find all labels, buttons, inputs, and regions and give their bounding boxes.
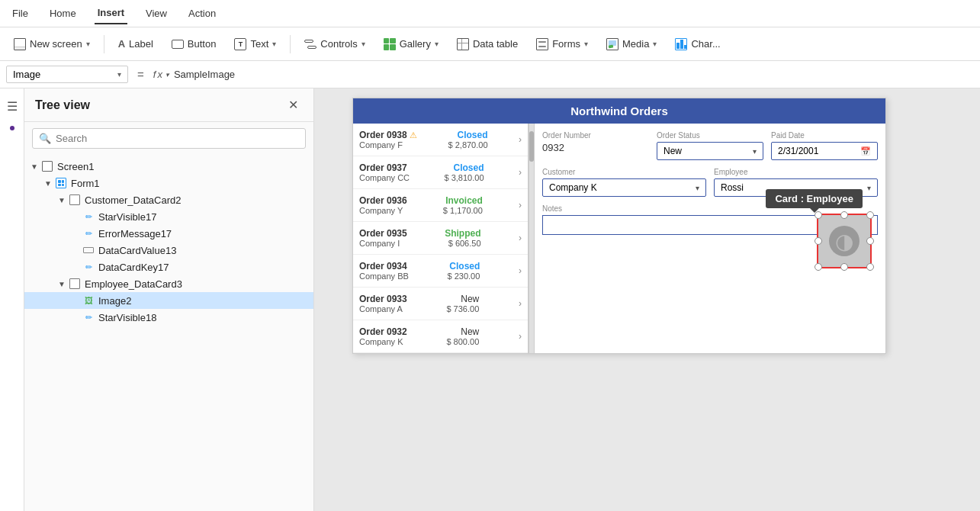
edit-icon-starvisible17: ✏ bbox=[82, 211, 95, 223]
order-num-0933: Order 0933 bbox=[359, 294, 407, 304]
button-button[interactable]: Button bbox=[164, 34, 224, 53]
orders-list: Order 0938 ⚠ Company F Closed $ 2,870.00… bbox=[353, 124, 529, 353]
menu-view[interactable]: View bbox=[143, 3, 170, 24]
order-num-0938: Order 0938 bbox=[359, 130, 407, 140]
tree-item-starvisible18[interactable]: ▶ ✏ StarVisible18 bbox=[24, 309, 313, 326]
menu-file[interactable]: File bbox=[9, 3, 31, 24]
paid-date-value[interactable]: 2/31/2001 📅 bbox=[771, 142, 878, 160]
menu-action[interactable]: Action bbox=[185, 3, 219, 24]
tree-item-employee-datacard3[interactable]: ▼ Employee_DataCard3 bbox=[24, 275, 313, 292]
gallery-icon bbox=[384, 38, 396, 50]
text-button[interactable]: T Text ▾ bbox=[227, 34, 284, 54]
tree-item-starvisible17[interactable]: ▶ ✏ StarVisible17 bbox=[24, 208, 313, 225]
tree-item-datacardkey17[interactable]: ▶ ✏ DataCardKey17 bbox=[24, 259, 313, 275]
handle-mid-left[interactable] bbox=[815, 237, 822, 245]
paid-date-field: Paid Date 2/31/2001 📅 bbox=[771, 131, 878, 160]
data-table-button[interactable]: Data table bbox=[449, 34, 525, 54]
order-chevron-0934: › bbox=[519, 265, 522, 276]
tree-label-starvisible17: StarVisible17 bbox=[98, 211, 156, 223]
controls-button[interactable]: Controls ▾ bbox=[297, 34, 372, 54]
tree-item-datacardvalue13[interactable]: ▶ DataCardValue13 bbox=[24, 242, 313, 259]
order-company-0932: Company K bbox=[359, 337, 407, 346]
main-layout: ☰ Tree view ✕ 🔍 ▼ Screen1 ▼ bbox=[0, 88, 980, 511]
menu-bar: File Home Insert View Action bbox=[0, 0, 980, 27]
media-button[interactable]: Media ▾ bbox=[599, 34, 664, 54]
search-icon: 🔍 bbox=[39, 133, 51, 144]
data-table-label: Data table bbox=[473, 38, 518, 50]
image-element[interactable] bbox=[817, 214, 872, 268]
tree-item-errormessage17[interactable]: ▶ ✏ ErrorMessage17 bbox=[24, 225, 313, 242]
charts-button[interactable]: Char... bbox=[667, 34, 728, 54]
employee-label: Employee bbox=[714, 168, 878, 176]
tree-item-image2[interactable]: ▶ 🖼 Image2 bbox=[24, 292, 313, 309]
new-screen-button[interactable]: New screen ▾ bbox=[6, 34, 98, 54]
menu-home[interactable]: Home bbox=[47, 3, 79, 24]
gallery-chevron: ▾ bbox=[435, 40, 439, 48]
new-screen-chevron: ▾ bbox=[86, 40, 90, 48]
handle-bottom-center[interactable] bbox=[840, 263, 848, 271]
edit-icon-datacardkey17: ✏ bbox=[82, 261, 95, 273]
text-icon: T bbox=[234, 38, 246, 50]
tree-label-employee-datacard3: Employee_DataCard3 bbox=[85, 278, 182, 290]
detail-row-1: Order Number 0932 Order Status New ▾ bbox=[542, 131, 878, 160]
forms-label: Forms bbox=[552, 38, 580, 50]
order-item-0935[interactable]: Order 0935 Company I Shipped $ 606.50 › bbox=[353, 222, 528, 255]
tree-label-customer-datacard2: Customer_DataCard2 bbox=[85, 194, 181, 206]
order-status-0933: New bbox=[446, 294, 479, 304]
order-item-0934[interactable]: Order 0934 Company BB Closed $ 230.00 › bbox=[353, 255, 528, 288]
tree-item-customer-datacard2[interactable]: ▼ Customer_DataCard2 bbox=[24, 191, 313, 208]
order-item-0938[interactable]: Order 0938 ⚠ Company F Closed $ 2,870.00… bbox=[353, 124, 528, 156]
order-number-value: 0932 bbox=[542, 142, 649, 153]
order-item-0937[interactable]: Order 0937 Company CC Closed $ 3,810.00 … bbox=[353, 156, 528, 189]
handle-bottom-left[interactable] bbox=[815, 263, 822, 271]
layers-indicator bbox=[10, 126, 14, 130]
datatable-icon bbox=[457, 38, 469, 50]
order-chevron-0937: › bbox=[519, 167, 522, 178]
order-amount-0932: $ 800.00 bbox=[446, 337, 479, 346]
hamburger-icon[interactable]: ☰ bbox=[4, 96, 21, 117]
tree-label-form1: Form1 bbox=[71, 178, 100, 189]
northwind-container: Northwind Orders Order 0938 ⚠ Company F … bbox=[352, 98, 886, 354]
controls-icon bbox=[304, 38, 316, 50]
order-status-0934: Closed bbox=[447, 261, 480, 272]
order-num-0934: Order 0934 bbox=[359, 261, 409, 272]
formula-dropdown-chevron: ▾ bbox=[117, 70, 121, 79]
tree-arrow-form1: ▼ bbox=[44, 179, 55, 188]
order-item-0932[interactable]: Order 0932 Company K New $ 800.00 › bbox=[353, 320, 528, 353]
forms-button[interactable]: Forms ▾ bbox=[529, 34, 596, 54]
screen-icon bbox=[41, 160, 53, 172]
formula-dropdown[interactable]: Image ▾ bbox=[6, 66, 128, 83]
customer-dropdown[interactable]: Company K ▾ bbox=[542, 178, 706, 197]
order-chevron-0935: › bbox=[519, 233, 522, 243]
formula-dropdown-value: Image bbox=[13, 69, 40, 80]
menu-insert[interactable]: Insert bbox=[95, 2, 127, 24]
label-button[interactable]: A Label bbox=[111, 34, 161, 53]
order-status-dropdown[interactable]: New ▾ bbox=[657, 142, 763, 160]
gallery-button[interactable]: Gallery ▾ bbox=[376, 34, 446, 54]
order-item-0933[interactable]: Order 0933 Company A New $ 736.00 › bbox=[353, 288, 528, 320]
formula-input[interactable] bbox=[174, 69, 974, 80]
scroll-thumb[interactable] bbox=[529, 131, 534, 162]
canvas-area: Northwind Orders Order 0938 ⚠ Company F … bbox=[314, 88, 980, 511]
media-label: Media bbox=[622, 38, 649, 50]
tree-arrow-screen1: ▼ bbox=[31, 162, 41, 171]
order-status-0937: Closed bbox=[445, 162, 484, 173]
media-chevron: ▾ bbox=[653, 40, 657, 48]
button-label: Button bbox=[188, 38, 217, 50]
order-item-0936[interactable]: Order 0936 Company Y Invoiced $ 1,170.00… bbox=[353, 189, 528, 222]
tree-item-form1[interactable]: ▼ Form1 bbox=[24, 175, 313, 191]
card-tooltip: Card : Employee bbox=[766, 189, 863, 208]
tree-item-screen1[interactable]: ▼ Screen1 bbox=[24, 158, 313, 175]
detail-panel: Order Number 0932 Order Status New ▾ bbox=[535, 124, 885, 353]
order-chevron-0936: › bbox=[519, 200, 522, 211]
order-amount-0935: $ 606.50 bbox=[445, 239, 480, 248]
order-amount-0938: $ 2,870.00 bbox=[448, 140, 488, 149]
chart-icon bbox=[675, 38, 687, 50]
northwind-body: Order 0938 ⚠ Company F Closed $ 2,870.00… bbox=[353, 124, 885, 353]
tree-close-button[interactable]: ✕ bbox=[284, 96, 303, 114]
order-company-0935: Company I bbox=[359, 239, 407, 248]
handle-mid-right[interactable] bbox=[866, 237, 874, 245]
handle-bottom-right[interactable] bbox=[866, 263, 874, 271]
search-input[interactable] bbox=[56, 133, 299, 144]
forms-chevron: ▾ bbox=[584, 40, 588, 48]
